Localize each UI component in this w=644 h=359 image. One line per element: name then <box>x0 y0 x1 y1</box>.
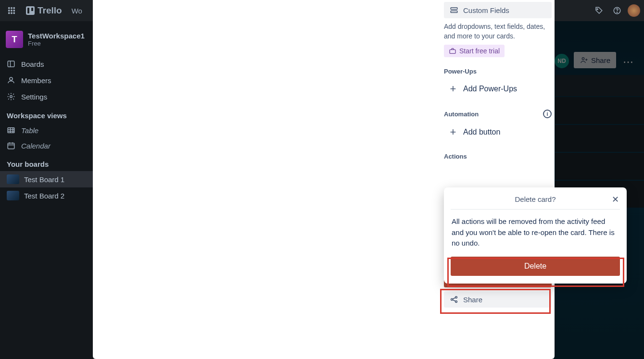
svg-rect-13 <box>8 61 14 67</box>
trial-label: Start free trial <box>459 47 500 55</box>
powerups-heading: Power-Ups <box>444 68 552 75</box>
calendar-icon <box>7 141 15 150</box>
card-main-area <box>93 0 444 359</box>
actions-heading: Actions <box>444 153 552 160</box>
account-avatar[interactable] <box>628 4 640 17</box>
custom-fields-button[interactable]: Custom Fields <box>444 2 552 18</box>
svg-point-9 <box>13 12 14 13</box>
add-powerups-button[interactable]: + Add Power-Ups <box>444 79 552 99</box>
svg-point-12 <box>617 12 617 12</box>
confirm-delete-button[interactable]: Delete <box>451 257 620 276</box>
info-icon[interactable]: i <box>543 110 552 118</box>
nav-workspaces-hint[interactable]: Wo <box>72 7 82 15</box>
svg-point-6 <box>13 10 14 11</box>
card-sidebar: Custom Fields Add dropdowns, text fields… <box>444 0 555 359</box>
share-action-label: Share <box>463 296 482 304</box>
add-button-label: Add button <box>463 128 500 136</box>
share-action-button[interactable]: Share <box>444 291 552 308</box>
trello-logo[interactable]: Trello <box>23 5 65 16</box>
svg-rect-20 <box>450 50 455 54</box>
board-icon <box>7 60 15 68</box>
apps-grid-icon <box>7 6 16 15</box>
view-label: Table <box>21 126 38 135</box>
board-label: Test Board 1 <box>24 175 64 184</box>
trello-logo-text: Trello <box>38 5 62 16</box>
table-icon <box>7 126 15 135</box>
app-switcher-button[interactable] <box>4 3 19 18</box>
view-label: Calendar <box>21 142 51 150</box>
board-thumbnail <box>7 191 19 200</box>
workspace-badge: T <box>6 31 23 48</box>
add-powerups-label: Add Power-Ups <box>463 85 517 93</box>
custom-fields-label: Custom Fields <box>463 6 509 14</box>
svg-point-15 <box>10 96 13 98</box>
popover-title: Delete card? ✕ <box>451 194 620 210</box>
help-icon <box>613 6 621 15</box>
svg-rect-19 <box>451 11 457 13</box>
share-icon <box>450 295 458 304</box>
members-icon <box>7 76 15 85</box>
delete-confirm-popover: Delete card? ✕ All actions will be remov… <box>444 187 627 284</box>
help-button[interactable] <box>609 3 625 18</box>
card-modal: Custom Fields Add dropdowns, text fields… <box>93 0 555 359</box>
plus-icon: + <box>449 83 457 95</box>
plus-icon: + <box>449 126 457 138</box>
sidebar-item-label: Settings <box>21 93 47 101</box>
custom-fields-desc: Add dropdowns, text fields, dates, and m… <box>444 22 552 41</box>
board-label: Test Board 2 <box>24 192 64 200</box>
briefcase-icon <box>449 47 456 55</box>
automation-heading: Automation i <box>444 110 552 118</box>
svg-point-2 <box>11 8 12 9</box>
svg-point-4 <box>9 10 10 11</box>
notifications-button[interactable] <box>591 3 606 18</box>
sidebar-item-label: Boards <box>21 60 44 68</box>
tag-icon <box>594 6 603 15</box>
svg-rect-18 <box>451 8 457 10</box>
svg-point-7 <box>9 12 10 13</box>
fields-icon <box>450 6 458 14</box>
board-thumbnail <box>7 174 19 184</box>
start-trial-button[interactable]: Start free trial <box>444 45 505 57</box>
svg-point-3 <box>13 8 14 9</box>
svg-point-14 <box>10 77 13 80</box>
svg-rect-16 <box>8 128 14 133</box>
sidebar-item-label: Members <box>21 76 51 85</box>
svg-point-8 <box>11 12 12 13</box>
svg-rect-17 <box>8 143 14 149</box>
svg-point-10 <box>597 9 598 10</box>
popover-body: All actions will be removed from the act… <box>451 210 620 257</box>
gear-icon <box>7 92 15 101</box>
svg-point-5 <box>11 10 12 11</box>
svg-point-1 <box>9 8 10 9</box>
workspace-name: TestWorkspace1 <box>28 32 85 40</box>
trello-logo-icon <box>26 6 35 15</box>
close-button[interactable]: ✕ <box>612 194 619 205</box>
add-button[interactable]: + Add button <box>444 122 552 142</box>
workspace-plan: Free <box>28 40 85 47</box>
